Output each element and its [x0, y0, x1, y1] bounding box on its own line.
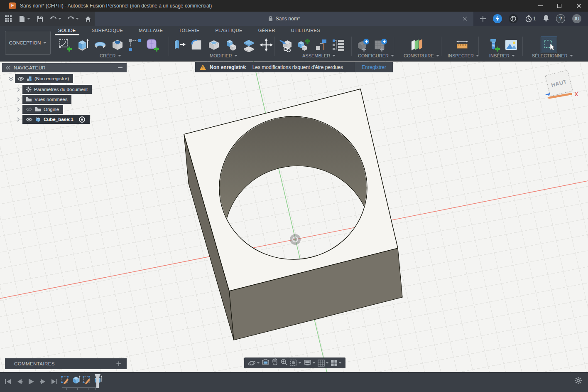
look-at-button[interactable]: [262, 359, 270, 367]
group-label-configurer[interactable]: CONFIGURER: [358, 53, 394, 58]
shell-button[interactable]: [207, 38, 221, 52]
insert-fastener-button[interactable]: [487, 38, 501, 52]
timeline-sketch2-feature[interactable]: [82, 375, 91, 385]
document-tab[interactable]: Sans nom*: [95, 12, 473, 26]
minimize-button[interactable]: [531, 0, 550, 12]
move-button[interactable]: [259, 38, 273, 52]
visibility-off-icon[interactable]: [26, 107, 32, 112]
chevron-collapsed-icon[interactable]: [16, 87, 21, 92]
home-button[interactable]: [82, 12, 94, 26]
tab-solide[interactable]: SOLIDE: [57, 27, 77, 34]
visibility-eye-icon[interactable]: [17, 76, 24, 81]
viewport-canvas[interactable]: NAVIGATEUR (Non enregistré) Paramètres d…: [0, 62, 588, 372]
save-button[interactable]: [34, 12, 46, 26]
select-tool-button[interactable]: [541, 37, 557, 53]
timeline-sketch1-feature[interactable]: [61, 375, 70, 385]
component-list-button[interactable]: [331, 38, 345, 52]
insert-image-button[interactable]: [504, 38, 518, 52]
configure-table-button[interactable]: [374, 38, 388, 52]
redo-button[interactable]: [66, 12, 81, 26]
measure-button[interactable]: [455, 38, 469, 52]
group-label-creer[interactable]: CRÉER: [100, 53, 121, 58]
tree-row-document[interactable]: (Non enregistré): [8, 74, 73, 83]
tree-row-document-settings[interactable]: Paramètres du document: [16, 85, 92, 94]
tab-close-button[interactable]: [462, 15, 468, 22]
create-form-button[interactable]: [145, 38, 159, 52]
step-back-button[interactable]: [15, 376, 24, 387]
activate-component-radio[interactable]: [78, 116, 86, 123]
step-forward-button[interactable]: [38, 376, 47, 387]
timeline-extrude1-feature[interactable]: [71, 375, 81, 385]
body-cube-base[interactable]: [184, 89, 402, 340]
combine-button[interactable]: [224, 38, 238, 52]
job-status-button[interactable]: 1: [525, 15, 536, 22]
viewports-button[interactable]: [331, 360, 342, 367]
zoom-window-button[interactable]: [290, 359, 301, 367]
minimize-panel-icon[interactable]: [118, 67, 122, 68]
tab-surfacique[interactable]: SURFACIQUE: [91, 27, 124, 34]
tab-tolerie[interactable]: TÔLERIE: [178, 27, 201, 34]
grid-settings-button[interactable]: [318, 360, 329, 367]
go-to-end-button[interactable]: [50, 376, 59, 387]
web-status-button[interactable]: [509, 14, 518, 23]
chevron-collapsed-icon[interactable]: [16, 107, 21, 112]
new-component-button[interactable]: [296, 38, 311, 52]
fillet-button[interactable]: [189, 38, 203, 52]
split-body-button[interactable]: [242, 38, 256, 52]
new-tab-button[interactable]: [480, 16, 486, 22]
group-label-assembler[interactable]: ASSEMBLER: [302, 53, 336, 58]
save-link[interactable]: Enregistrer: [355, 62, 393, 72]
chevron-collapsed-icon[interactable]: [16, 117, 21, 122]
display-settings-button[interactable]: [304, 360, 316, 366]
navigator-panel-header[interactable]: NAVIGATEUR: [2, 63, 127, 72]
file-menu-button[interactable]: [17, 12, 32, 26]
tab-gerer[interactable]: GÉRER: [257, 27, 276, 34]
insert-derive-button[interactable]: [279, 38, 293, 52]
dropdown-caret-icon: [332, 55, 336, 57]
add-comment-button[interactable]: [116, 361, 121, 366]
group-label-modifier[interactable]: MODIFIER: [210, 53, 238, 58]
zoom-button[interactable]: [280, 358, 288, 368]
notifications-button[interactable]: [543, 15, 549, 23]
undo-button[interactable]: [48, 12, 63, 26]
close-button[interactable]: [569, 0, 588, 12]
hole-button[interactable]: [110, 38, 125, 52]
revolve-button[interactable]: [93, 38, 107, 52]
joint-button[interactable]: [314, 38, 328, 52]
timeline-playhead[interactable]: [95, 374, 100, 388]
tree-row-cube-base[interactable]: Cube_base:1: [16, 115, 90, 124]
play-button[interactable]: [27, 376, 36, 387]
group-label-construire[interactable]: CONSTRUIRE: [404, 53, 439, 58]
comments-panel-header[interactable]: COMMENTAIRES: [5, 358, 127, 369]
tab-utilitaires[interactable]: UTILITAIRES: [290, 27, 321, 34]
pattern-button[interactable]: [128, 38, 142, 52]
configure-component-button[interactable]: [356, 38, 370, 52]
tree-row-origin[interactable]: Origine: [16, 105, 63, 114]
visibility-eye-icon[interactable]: [26, 117, 32, 122]
collapse-panel-icon[interactable]: [5, 66, 10, 70]
chevron-expanded-icon[interactable]: [8, 76, 13, 81]
create-sketch-button[interactable]: [58, 38, 72, 52]
help-button[interactable]: ?: [556, 14, 565, 23]
group-label-inspecter[interactable]: INSPECTER: [448, 53, 479, 58]
construction-plane-button[interactable]: [409, 38, 424, 52]
timeline-settings-button[interactable]: [574, 377, 582, 387]
maximize-button[interactable]: [550, 0, 569, 12]
tab-maillage[interactable]: MAILLAGE: [138, 27, 164, 34]
user-avatar[interactable]: JU: [572, 14, 581, 23]
group-label-selectionner[interactable]: SÉLECTIONNER: [532, 53, 573, 58]
app-grid-button[interactable]: [2, 12, 14, 26]
extrude-button[interactable]: [76, 38, 90, 52]
workspace-mode-button[interactable]: CONCEPTION: [5, 31, 51, 55]
go-to-start-button[interactable]: [3, 376, 12, 387]
chevron-collapsed-icon[interactable]: [16, 97, 21, 102]
pan-button[interactable]: [272, 358, 278, 367]
group-label-inserer[interactable]: INSÉRER: [489, 53, 515, 58]
dropdown-caret-icon: [570, 55, 573, 57]
extensions-button[interactable]: [493, 14, 502, 23]
view-cube[interactable]: HAUT X: [545, 71, 576, 102]
press-pull-button[interactable]: [172, 38, 186, 52]
tab-plastique[interactable]: PLASTIQUE: [214, 27, 243, 34]
orbit-button[interactable]: [248, 359, 260, 367]
tree-row-named-views[interactable]: Vues nommées: [16, 95, 71, 104]
